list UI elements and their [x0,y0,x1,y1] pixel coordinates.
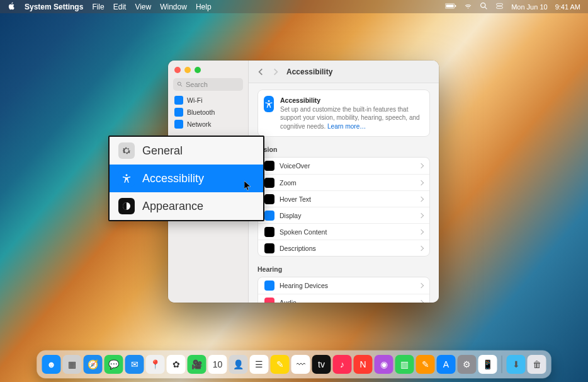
dock-app-music[interactable]: ♪ [333,355,352,374]
svg-point-7 [178,82,181,85]
battery-icon[interactable] [445,2,456,11]
chevron-right-icon [419,245,424,250]
dock-app-reminders[interactable]: ☰ [250,355,269,374]
back-button[interactable] [256,67,265,76]
voiceover-icon [264,161,274,171]
dock-app-calendar[interactable]: 10 [208,355,227,374]
svg-rect-2 [455,5,456,7]
spotlight-icon[interactable] [480,2,488,11]
dock-app-tv[interactable]: tv [312,355,331,374]
dock-trash[interactable]: 🗑 [528,355,546,374]
dock-app-finder[interactable]: ☻ [42,355,61,374]
dock-app-appstore[interactable]: A [437,355,456,374]
svg-rect-6 [497,6,503,8]
content-pane[interactable]: Accessibility Set up and customize the b… [249,83,439,303]
menu-view[interactable]: View [135,3,151,11]
dock-app-freeform[interactable]: 〰 [291,355,310,374]
window-minimize-button[interactable] [184,67,191,73]
gear-icon [118,142,135,159]
sidebar-item-icon [174,108,183,117]
sidebar-item-wi-fi[interactable]: Wi-Fi [171,95,246,106]
row-label: Display [280,212,414,219]
wifi-icon[interactable] [464,2,472,11]
settings-row-zoom[interactable]: Zoom [258,174,429,190]
window-traffic-lights [168,64,248,78]
row-label: Hover Text [280,195,414,203]
dock-app-numbers[interactable]: ▥ [395,355,414,374]
dock-app-notes[interactable]: ✎ [271,355,290,374]
callout-item-label: Appearance [142,200,203,213]
dock-app-facetime[interactable]: 🎥 [188,355,206,374]
row-label: Descriptions [280,245,414,252]
sidebar-item-icon [174,96,183,105]
svg-line-4 [485,7,487,9]
dock-app-safari[interactable]: 🧭 [84,355,103,374]
menubar-date[interactable]: Mon Jun 10 [511,3,547,11]
menubar-time[interactable]: 9:41 AM [555,3,580,11]
menu-app-name[interactable]: System Settings [25,3,83,11]
dock-app-podcasts[interactable]: ◉ [375,355,393,374]
settings-row-hover-text[interactable]: Hover Text [258,190,429,207]
chevron-right-icon [419,196,424,201]
sidebar-item-label: Wi-Fi [187,96,203,104]
hero-title: Accessibility [280,96,320,104]
svg-rect-1 [446,4,454,8]
sidebar-search-input[interactable]: Search [173,78,243,91]
callout-item-appearance[interactable]: Appearance [110,192,263,220]
sidebar-item-bluetooth[interactable]: Bluetooth [171,107,246,118]
apple-menu-icon[interactable] [8,2,16,12]
dock-app-maps[interactable]: 📍 [146,355,165,374]
zoom-icon [264,178,274,188]
dock: ☻▦🧭💬✉📍✿🎥10👤☰✎〰tv♪N◉▥✎A⚙📱⬇🗑 [37,350,551,378]
settings-row-hearing-devices[interactable]: Hearing Devices [258,277,429,294]
dock-app-launchpad[interactable]: ▦ [63,355,82,374]
menu-edit[interactable]: Edit [113,3,127,11]
callout-item-general[interactable]: General [110,137,263,165]
window-close-button[interactable] [174,67,181,73]
dock-app-news[interactable]: N [354,355,373,374]
settings-row-voiceover[interactable]: VoiceOver [258,158,429,174]
settings-row-descriptions[interactable]: Descriptions [258,240,429,256]
control-center-icon[interactable] [495,2,504,11]
chevron-right-icon [419,180,424,185]
callout-item-label: General [142,144,183,158]
settings-content: Accessibility Accessibility Set up and c… [249,61,439,303]
sidebar-item-network[interactable]: Network [171,119,246,130]
svg-line-8 [181,85,183,87]
search-icon [177,81,183,88]
forward-button[interactable] [271,67,280,76]
dock-app-messages[interactable]: 💬 [105,355,123,374]
hearing-icon [264,281,274,291]
desc-icon [264,243,274,253]
dock-downloads[interactable]: ⬇ [507,355,526,374]
svg-point-3 [481,3,485,8]
settings-row-display[interactable]: Display [258,207,429,223]
row-label: Audio [280,299,414,303]
dock-app-pages[interactable]: ✎ [416,355,435,374]
svg-point-9 [268,100,270,102]
dock-app-contacts[interactable]: 👤 [229,355,248,374]
sidebar-zoom-callout: GeneralAccessibilityAppearance [108,136,264,221]
menu-window[interactable]: Window [160,3,187,11]
menu-help[interactable]: Help [196,3,212,11]
dock-app-iphone[interactable]: 📱 [478,355,497,374]
hover-icon [264,194,274,204]
accessibility-icon [264,96,274,112]
page-title: Accessibility [286,67,332,76]
settings-row-spoken-content[interactable]: Spoken Content [258,223,429,240]
menu-bar: System Settings File Edit View Window He… [0,0,588,13]
row-label: Hearing Devices [280,282,414,289]
search-placeholder: Search [186,81,208,88]
dock-app-mail[interactable]: ✉ [125,355,144,374]
callout-item-accessibility[interactable]: Accessibility [110,165,263,192]
row-label: Zoom [280,179,414,187]
svg-rect-5 [497,3,503,5]
dock-app-settings[interactable]: ⚙ [458,355,477,374]
dock-separator [502,356,502,373]
dock-app-photos[interactable]: ✿ [167,355,186,374]
menu-file[interactable]: File [92,3,104,11]
settings-row-audio[interactable]: Audio [258,294,429,303]
chevron-right-icon [419,283,424,288]
window-fullscreen-button[interactable] [195,67,201,73]
hero-learn-more-link[interactable]: Learn more… [327,123,366,130]
